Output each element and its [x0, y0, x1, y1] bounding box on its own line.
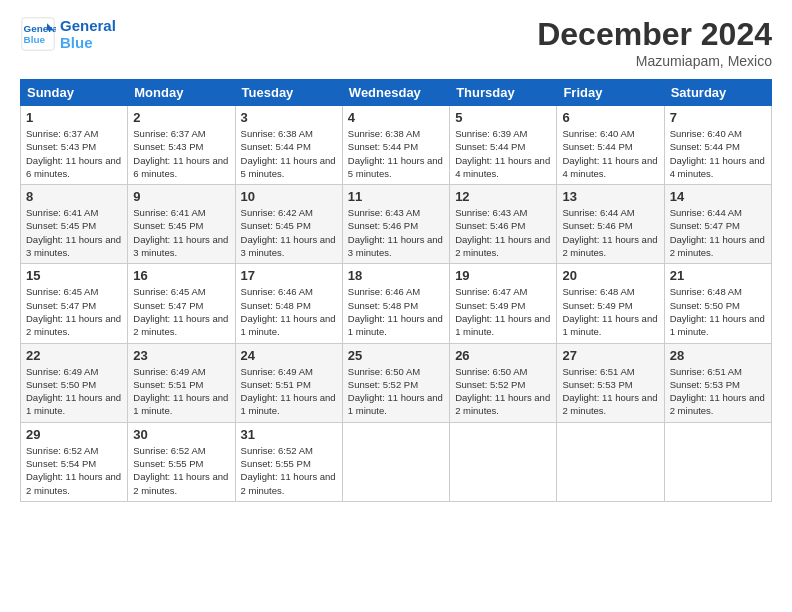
day-info: Sunrise: 6:40 AMSunset: 5:44 PMDaylight:…	[670, 127, 766, 180]
day-info: Sunrise: 6:46 AMSunset: 5:48 PMDaylight:…	[348, 285, 444, 338]
calendar-header-wednesday: Wednesday	[342, 80, 449, 106]
calendar-cell: 13Sunrise: 6:44 AMSunset: 5:46 PMDayligh…	[557, 185, 664, 264]
day-number: 21	[670, 268, 766, 283]
day-info: Sunrise: 6:48 AMSunset: 5:49 PMDaylight:…	[562, 285, 658, 338]
day-info: Sunrise: 6:38 AMSunset: 5:44 PMDaylight:…	[241, 127, 337, 180]
calendar-week-row: 29Sunrise: 6:52 AMSunset: 5:54 PMDayligh…	[21, 422, 772, 501]
day-number: 10	[241, 189, 337, 204]
calendar-header-monday: Monday	[128, 80, 235, 106]
logo-text: General Blue	[60, 17, 116, 51]
day-number: 28	[670, 348, 766, 363]
day-number: 12	[455, 189, 551, 204]
day-info: Sunrise: 6:48 AMSunset: 5:50 PMDaylight:…	[670, 285, 766, 338]
calendar-table: SundayMondayTuesdayWednesdayThursdayFrid…	[20, 79, 772, 502]
calendar-cell: 27Sunrise: 6:51 AMSunset: 5:53 PMDayligh…	[557, 343, 664, 422]
day-info: Sunrise: 6:49 AMSunset: 5:51 PMDaylight:…	[241, 365, 337, 418]
day-number: 4	[348, 110, 444, 125]
calendar-cell: 12Sunrise: 6:43 AMSunset: 5:46 PMDayligh…	[450, 185, 557, 264]
day-number: 6	[562, 110, 658, 125]
calendar-cell: 23Sunrise: 6:49 AMSunset: 5:51 PMDayligh…	[128, 343, 235, 422]
calendar-cell: 1Sunrise: 6:37 AMSunset: 5:43 PMDaylight…	[21, 106, 128, 185]
day-info: Sunrise: 6:40 AMSunset: 5:44 PMDaylight:…	[562, 127, 658, 180]
calendar-header-friday: Friday	[557, 80, 664, 106]
calendar-cell: 31Sunrise: 6:52 AMSunset: 5:55 PMDayligh…	[235, 422, 342, 501]
day-info: Sunrise: 6:37 AMSunset: 5:43 PMDaylight:…	[26, 127, 122, 180]
day-info: Sunrise: 6:37 AMSunset: 5:43 PMDaylight:…	[133, 127, 229, 180]
day-number: 19	[455, 268, 551, 283]
day-info: Sunrise: 6:38 AMSunset: 5:44 PMDaylight:…	[348, 127, 444, 180]
day-number: 1	[26, 110, 122, 125]
day-info: Sunrise: 6:41 AMSunset: 5:45 PMDaylight:…	[26, 206, 122, 259]
calendar-cell: 4Sunrise: 6:38 AMSunset: 5:44 PMDaylight…	[342, 106, 449, 185]
day-info: Sunrise: 6:47 AMSunset: 5:49 PMDaylight:…	[455, 285, 551, 338]
day-number: 25	[348, 348, 444, 363]
calendar-cell: 24Sunrise: 6:49 AMSunset: 5:51 PMDayligh…	[235, 343, 342, 422]
day-info: Sunrise: 6:41 AMSunset: 5:45 PMDaylight:…	[133, 206, 229, 259]
calendar-cell: 11Sunrise: 6:43 AMSunset: 5:46 PMDayligh…	[342, 185, 449, 264]
calendar-cell: 21Sunrise: 6:48 AMSunset: 5:50 PMDayligh…	[664, 264, 771, 343]
calendar-cell: 8Sunrise: 6:41 AMSunset: 5:45 PMDaylight…	[21, 185, 128, 264]
calendar-week-row: 1Sunrise: 6:37 AMSunset: 5:43 PMDaylight…	[21, 106, 772, 185]
day-number: 30	[133, 427, 229, 442]
calendar-cell: 26Sunrise: 6:50 AMSunset: 5:52 PMDayligh…	[450, 343, 557, 422]
svg-text:Blue: Blue	[24, 34, 46, 45]
day-number: 24	[241, 348, 337, 363]
calendar-cell	[450, 422, 557, 501]
day-number: 22	[26, 348, 122, 363]
calendar-cell: 29Sunrise: 6:52 AMSunset: 5:54 PMDayligh…	[21, 422, 128, 501]
day-number: 2	[133, 110, 229, 125]
calendar-cell: 28Sunrise: 6:51 AMSunset: 5:53 PMDayligh…	[664, 343, 771, 422]
day-number: 3	[241, 110, 337, 125]
calendar-cell: 5Sunrise: 6:39 AMSunset: 5:44 PMDaylight…	[450, 106, 557, 185]
title-block: December 2024 Mazumiapam, Mexico	[537, 16, 772, 69]
logo-icon: General Blue	[20, 16, 56, 52]
calendar-cell	[342, 422, 449, 501]
day-info: Sunrise: 6:49 AMSunset: 5:50 PMDaylight:…	[26, 365, 122, 418]
day-number: 13	[562, 189, 658, 204]
day-number: 27	[562, 348, 658, 363]
day-info: Sunrise: 6:51 AMSunset: 5:53 PMDaylight:…	[670, 365, 766, 418]
calendar-week-row: 8Sunrise: 6:41 AMSunset: 5:45 PMDaylight…	[21, 185, 772, 264]
calendar-header-thursday: Thursday	[450, 80, 557, 106]
day-info: Sunrise: 6:52 AMSunset: 5:55 PMDaylight:…	[133, 444, 229, 497]
day-number: 9	[133, 189, 229, 204]
day-info: Sunrise: 6:52 AMSunset: 5:54 PMDaylight:…	[26, 444, 122, 497]
calendar-cell: 22Sunrise: 6:49 AMSunset: 5:50 PMDayligh…	[21, 343, 128, 422]
day-number: 7	[670, 110, 766, 125]
calendar-week-row: 15Sunrise: 6:45 AMSunset: 5:47 PMDayligh…	[21, 264, 772, 343]
calendar-cell: 6Sunrise: 6:40 AMSunset: 5:44 PMDaylight…	[557, 106, 664, 185]
day-info: Sunrise: 6:39 AMSunset: 5:44 PMDaylight:…	[455, 127, 551, 180]
day-info: Sunrise: 6:43 AMSunset: 5:46 PMDaylight:…	[455, 206, 551, 259]
calendar-cell: 20Sunrise: 6:48 AMSunset: 5:49 PMDayligh…	[557, 264, 664, 343]
day-info: Sunrise: 6:44 AMSunset: 5:46 PMDaylight:…	[562, 206, 658, 259]
calendar-cell: 2Sunrise: 6:37 AMSunset: 5:43 PMDaylight…	[128, 106, 235, 185]
day-info: Sunrise: 6:51 AMSunset: 5:53 PMDaylight:…	[562, 365, 658, 418]
day-number: 26	[455, 348, 551, 363]
calendar-cell	[664, 422, 771, 501]
calendar-cell: 9Sunrise: 6:41 AMSunset: 5:45 PMDaylight…	[128, 185, 235, 264]
location: Mazumiapam, Mexico	[537, 53, 772, 69]
day-number: 5	[455, 110, 551, 125]
day-info: Sunrise: 6:50 AMSunset: 5:52 PMDaylight:…	[348, 365, 444, 418]
month-title: December 2024	[537, 16, 772, 53]
calendar-header-row: SundayMondayTuesdayWednesdayThursdayFrid…	[21, 80, 772, 106]
calendar-cell: 10Sunrise: 6:42 AMSunset: 5:45 PMDayligh…	[235, 185, 342, 264]
day-info: Sunrise: 6:42 AMSunset: 5:45 PMDaylight:…	[241, 206, 337, 259]
day-number: 8	[26, 189, 122, 204]
calendar-cell: 14Sunrise: 6:44 AMSunset: 5:47 PMDayligh…	[664, 185, 771, 264]
day-info: Sunrise: 6:45 AMSunset: 5:47 PMDaylight:…	[133, 285, 229, 338]
day-number: 29	[26, 427, 122, 442]
calendar-cell: 18Sunrise: 6:46 AMSunset: 5:48 PMDayligh…	[342, 264, 449, 343]
calendar-cell: 3Sunrise: 6:38 AMSunset: 5:44 PMDaylight…	[235, 106, 342, 185]
day-info: Sunrise: 6:43 AMSunset: 5:46 PMDaylight:…	[348, 206, 444, 259]
calendar-cell: 15Sunrise: 6:45 AMSunset: 5:47 PMDayligh…	[21, 264, 128, 343]
calendar-cell: 17Sunrise: 6:46 AMSunset: 5:48 PMDayligh…	[235, 264, 342, 343]
day-number: 11	[348, 189, 444, 204]
day-info: Sunrise: 6:52 AMSunset: 5:55 PMDaylight:…	[241, 444, 337, 497]
calendar-week-row: 22Sunrise: 6:49 AMSunset: 5:50 PMDayligh…	[21, 343, 772, 422]
day-number: 23	[133, 348, 229, 363]
day-info: Sunrise: 6:49 AMSunset: 5:51 PMDaylight:…	[133, 365, 229, 418]
calendar-header-tuesday: Tuesday	[235, 80, 342, 106]
calendar-cell	[557, 422, 664, 501]
day-number: 15	[26, 268, 122, 283]
